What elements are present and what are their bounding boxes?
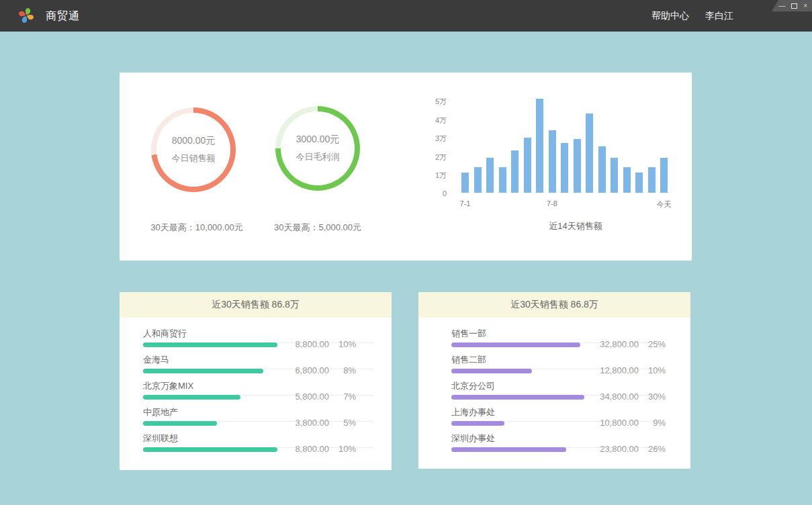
rank-bar-fill (451, 342, 580, 347)
rank-row-percent: 10% (647, 365, 666, 375)
x-axis-tick: 今天 (657, 199, 672, 210)
chart-bar (536, 99, 543, 193)
rank-row: 人和商贸行8,800.0010% (143, 324, 392, 351)
y-axis-tick: 0 (425, 189, 447, 197)
rank-row-amount: 8,800.00 (295, 339, 329, 349)
rank-row-amount: 5,800.00 (295, 392, 329, 402)
window-controls: — × (772, 0, 812, 11)
department-rank-list: 销售一部32,800.0025%销售二部12,800.0010%北京分公司34,… (418, 318, 690, 455)
customer-rank-list: 人和商贸行8,800.0010%金海马6,800.008%北京万象MIX5,80… (120, 318, 392, 455)
rank-row-name: 上海办事处 (451, 407, 690, 417)
app-title: 商贸通 (46, 0, 80, 32)
rank-row-percent: 10% (337, 444, 356, 454)
today-profit-30day-max: 30天最高：5,000.00元 (240, 222, 395, 234)
rank-row-name: 深圳办事处 (451, 433, 690, 443)
department-rank-card: 近30天销售额 86.8万 销售一部32,800.0025%销售二部12,800… (418, 292, 690, 469)
y-axis-tick: 3万 (425, 134, 447, 144)
rank-bar-fill (143, 342, 277, 347)
rank-row: 销售二部12,800.0010% (451, 351, 690, 377)
rank-row-value: 8,800.0010% (295, 339, 356, 349)
minimize-icon[interactable]: — (778, 3, 785, 9)
today-profit-gauge-center: 3000.00元 今日毛利润 (281, 111, 355, 185)
rank-row-percent: 8% (337, 365, 356, 375)
rank-row-percent: 25% (647, 339, 666, 349)
rank-row-value: 6,800.008% (295, 365, 356, 375)
titlebar-nav: 帮助中心 李白江 (651, 0, 733, 32)
rank-row: 深圳联想8,800.0010% (143, 429, 392, 455)
rank-row-value: 32,800.0025% (600, 339, 666, 349)
rank-row-percent: 30% (647, 392, 666, 402)
chart-bar (499, 167, 506, 193)
customer-rank-card: 近30天销售额 86.8万 人和商贸行8,800.0010%金海马6,800.0… (120, 292, 392, 470)
chart-bar (623, 167, 631, 193)
rank-row-name: 人和商贸行 (143, 328, 392, 338)
y-axis-tick: 4万 (425, 116, 447, 126)
rank-row: 北京万象MIX5,800.007% (143, 377, 392, 403)
rank-bar-fill (451, 421, 504, 426)
rank-row: 中原地产3,800.005% (143, 403, 392, 429)
summary-card: 8000.00元 今日销售额 30天最高：10,000.00元 3000.00元… (120, 73, 692, 261)
rank-row-amount: 6,800.00 (295, 365, 329, 375)
chart-bar (574, 139, 581, 193)
rank-row-name: 销售二部 (451, 355, 690, 365)
rank-row-value: 3,800.005% (295, 418, 356, 428)
rank-row-amount: 32,800.00 (600, 339, 639, 349)
rank-row-percent: 9% (647, 418, 666, 428)
y-axis-tick: 1万 (425, 171, 447, 181)
rank-row-value: 10,800.009% (600, 418, 666, 428)
chart-bar (598, 146, 606, 193)
chart-bar (486, 158, 494, 193)
rank-row-name: 金海马 (143, 355, 392, 365)
today-sales-label: 今日销售额 (172, 152, 216, 165)
rank-bar-fill (143, 395, 240, 400)
rank-row-amount: 34,800.00 (600, 392, 639, 402)
rank-row-amount: 12,800.00 (600, 365, 639, 375)
rank-row: 深圳办事处23,800.0026% (451, 429, 690, 455)
y-axis-tick: 2万 (425, 152, 447, 163)
current-user-link[interactable]: 李白江 (705, 10, 733, 22)
chart-bar (635, 173, 643, 193)
rank-row: 北京分公司34,800.0030% (451, 377, 690, 403)
rank-bar-fill (143, 421, 217, 426)
chart-bar (524, 138, 531, 193)
rank-row-value: 8,800.0010% (295, 444, 356, 454)
rank-bar-fill (451, 447, 566, 452)
close-icon[interactable]: × (803, 3, 807, 9)
rank-row-amount: 8,800.00 (295, 444, 329, 454)
customer-rank-title: 近30天销售额 86.8万 (120, 292, 392, 318)
y-axis-tick: 5万 (425, 97, 447, 107)
rank-row-name: 北京万象MIX (143, 381, 392, 391)
today-sales-value: 8000.00元 (172, 135, 216, 147)
rank-row-name: 销售一部 (451, 328, 690, 338)
app-logo-pinwheel-icon (17, 7, 35, 24)
chart-bars (461, 91, 673, 193)
rank-row-percent: 26% (647, 444, 666, 454)
maximize-icon[interactable] (791, 3, 797, 9)
today-profit-value: 3000.00元 (296, 134, 340, 146)
sales-14day-bar-chart: 5万4万3万2万1万0 7-17-8今天 近14天销售额 (425, 91, 687, 238)
rank-bar-fill (143, 447, 277, 452)
rank-row-value: 12,800.0010% (600, 365, 666, 375)
chart-bar (648, 167, 656, 193)
rank-row-value: 23,800.0026% (600, 444, 666, 454)
chart-caption: 近14天销售额 (461, 220, 690, 232)
chart-bar (549, 130, 556, 193)
today-sales-gauge-center: 8000.00元 今日销售额 (156, 113, 230, 187)
titlebar: 商贸通 帮助中心 李白江 — × (0, 0, 812, 32)
rank-row-value: 34,800.0030% (600, 392, 666, 402)
rank-row-name: 北京分公司 (451, 381, 690, 391)
rank-row-percent: 5% (337, 418, 356, 428)
help-center-link[interactable]: 帮助中心 (651, 10, 689, 22)
rank-row-amount: 3,800.00 (295, 418, 329, 428)
x-axis-tick: 7-1 (460, 199, 471, 208)
chart-bar (586, 113, 593, 193)
rank-bar-fill (143, 369, 263, 373)
chart-bar (461, 173, 469, 193)
rank-row-percent: 7% (337, 392, 356, 402)
chart-bar (611, 158, 618, 193)
rank-row: 销售一部32,800.0025% (451, 324, 690, 351)
rank-row-amount: 23,800.00 (600, 444, 639, 454)
rank-bar-fill (451, 395, 584, 400)
rank-row-value: 5,800.007% (295, 392, 356, 402)
rank-row-name: 中原地产 (143, 407, 392, 417)
